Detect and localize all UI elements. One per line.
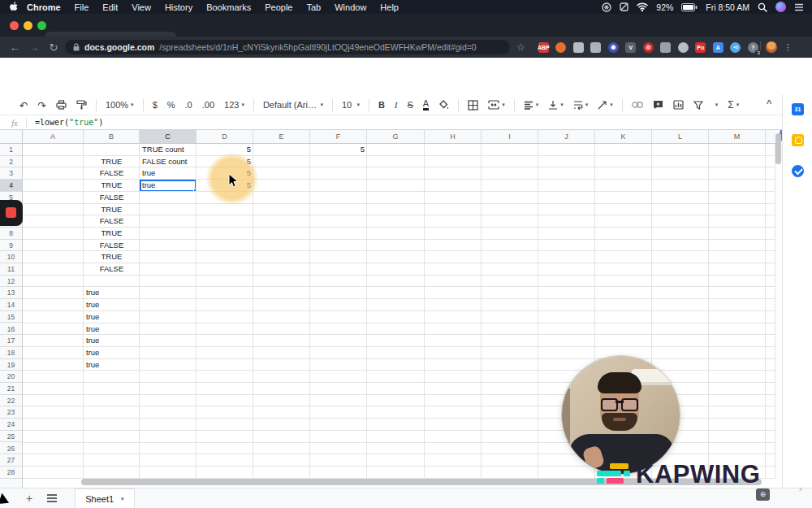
font-select[interactable]: Default (Ari…▾ [258, 97, 328, 113]
insert-comment-icon[interactable] [648, 97, 668, 113]
column-header-K[interactable]: K [595, 130, 652, 143]
increase-decimal-button[interactable]: .00 [197, 97, 219, 113]
bookmark-star-icon[interactable]: ☆ [516, 41, 525, 53]
format-percent-button[interactable]: % [162, 97, 180, 113]
row-header-13[interactable]: 13 [0, 287, 22, 299]
minimize-window-button[interactable] [24, 21, 32, 30]
address-bar[interactable]: docs.google.com/spreadsheets/d/1nH_cNYiS… [65, 40, 510, 54]
text-wrap-button[interactable]: ▾ [568, 97, 594, 113]
menubar-item-chrome[interactable]: Chrome [27, 2, 61, 12]
row-header-4[interactable]: 4 [0, 180, 22, 192]
fox-icon[interactable] [555, 42, 566, 53]
text-rotation-button[interactable]: ▾ [593, 97, 618, 113]
menubar-item-help[interactable]: Help [380, 2, 399, 12]
spotlight-search-icon[interactable] [758, 2, 767, 12]
telegram-icon[interactable]: ◅ [730, 42, 741, 53]
undo-icon[interactable]: ↶ [15, 97, 32, 113]
chrome-menu-icon[interactable]: ⋮ [784, 42, 793, 53]
redo-icon[interactable]: ↷ [32, 97, 50, 113]
grey-square-icon[interactable] [660, 42, 671, 53]
strikethrough-button[interactable]: S [403, 97, 418, 113]
wifi-icon[interactable] [637, 2, 648, 11]
column-header-H[interactable]: H [425, 130, 482, 143]
tasks-icon[interactable] [792, 165, 804, 177]
insert-chart-icon[interactable] [668, 97, 689, 113]
decrease-decimal-button[interactable]: .0 [180, 97, 197, 113]
keep-icon[interactable] [792, 134, 804, 146]
row-header-14[interactable]: 14 [0, 299, 22, 311]
row-header-24[interactable]: 24 [0, 419, 22, 431]
column-header-L[interactable]: L [652, 130, 709, 143]
menubar-item-view[interactable]: View [132, 2, 151, 12]
row-header-16[interactable]: 16 [0, 323, 22, 336]
insert-link-icon[interactable] [627, 97, 648, 113]
column-header-J[interactable]: J [538, 130, 595, 143]
forward-icon[interactable]: → [24, 41, 44, 54]
row-header-22[interactable]: 22 [0, 395, 22, 407]
menubar-item-history[interactable]: History [165, 2, 192, 12]
cell-B10[interactable]: TRUE [84, 251, 140, 263]
row-header-18[interactable]: 18 [0, 347, 22, 359]
blue-square-icon[interactable]: A [713, 42, 723, 53]
row-header-10[interactable]: 10 [0, 251, 22, 263]
row-header-3[interactable]: 3 [0, 167, 22, 180]
print-icon[interactable] [51, 97, 71, 113]
red-badge-icon[interactable]: Po [695, 42, 706, 53]
column-header-C[interactable]: C [140, 130, 197, 143]
cell-B17[interactable]: true [84, 335, 140, 347]
cell-B2[interactable]: TRUE [84, 156, 140, 168]
calendar-icon[interactable]: 31 [792, 103, 804, 115]
italic-button[interactable]: I [390, 97, 403, 113]
v-extension-icon[interactable]: V [625, 42, 636, 53]
cell-B5[interactable]: FALSE [84, 192, 140, 204]
shield-status-icon[interactable] [602, 2, 611, 12]
row-header-20[interactable]: 20 [0, 371, 22, 383]
bold-button[interactable]: B [374, 97, 390, 113]
reload-icon[interactable]: ↻ [44, 41, 63, 54]
row-header-21[interactable]: 21 [0, 383, 22, 395]
apple-icon[interactable] [10, 2, 19, 12]
row-header-9[interactable]: 9 [0, 240, 22, 252]
menubar-clock[interactable]: Fri 8:50 AM [706, 2, 749, 12]
row-header-26[interactable]: 26 [0, 443, 22, 455]
menubar-item-window[interactable]: Window [335, 2, 366, 12]
column-header-M[interactable]: M [709, 130, 766, 143]
merge-cells-button[interactable]: ▾ [483, 97, 510, 113]
column-header-E[interactable]: E [253, 130, 310, 143]
zoom-select[interactable]: 100%▾ [101, 97, 139, 113]
adblock-plus-icon[interactable]: ABP [538, 42, 549, 53]
back-icon[interactable]: ← [5, 41, 24, 54]
chat-bubble-icon[interactable] [590, 42, 601, 53]
more-formats-button[interactable]: 123▾ [219, 97, 249, 113]
filter-views-button[interactable]: ▾ [708, 97, 723, 113]
profile-avatar[interactable] [766, 41, 777, 53]
filter-icon[interactable] [689, 97, 708, 113]
menubar-item-tab[interactable]: Tab [306, 2, 321, 12]
menubar-item-file[interactable]: File [75, 2, 89, 12]
cell-C1[interactable]: TRUE count [140, 144, 197, 156]
all-sheets-icon[interactable] [47, 494, 57, 502]
cell-B19[interactable]: true [84, 359, 140, 371]
question-icon[interactable]: ?3 [748, 42, 758, 53]
menubar-item-bookmarks[interactable]: Bookmarks [206, 2, 251, 12]
formula-input[interactable]: =lower("true") [35, 118, 103, 127]
row-header-27[interactable]: 27 [0, 454, 22, 467]
cell-B16[interactable]: true [84, 323, 140, 336]
row-header-23[interactable]: 23 [0, 406, 22, 419]
column-header-A[interactable]: A [23, 130, 84, 143]
row-header-2[interactable]: 2 [0, 156, 22, 168]
cell-C2[interactable]: FALSE count [140, 156, 197, 168]
cell-B4[interactable]: TRUE [84, 180, 140, 192]
text-color-button[interactable]: A [418, 97, 434, 113]
vertical-align-button[interactable]: ▾ [543, 97, 568, 113]
sheet-tab[interactable]: Sheet1 ▾ [75, 488, 134, 508]
column-header-I[interactable]: I [482, 130, 538, 143]
cell-B18[interactable]: true [84, 347, 140, 359]
row-header-19[interactable]: 19 [0, 359, 22, 371]
thumb-icon[interactable] [678, 42, 689, 53]
notification-center-icon[interactable] [794, 3, 804, 11]
borders-icon[interactable] [463, 97, 483, 113]
siri-icon[interactable] [775, 2, 786, 12]
font-size-select[interactable]: 10▾ [337, 97, 365, 113]
cell-B15[interactable]: true [84, 311, 140, 323]
